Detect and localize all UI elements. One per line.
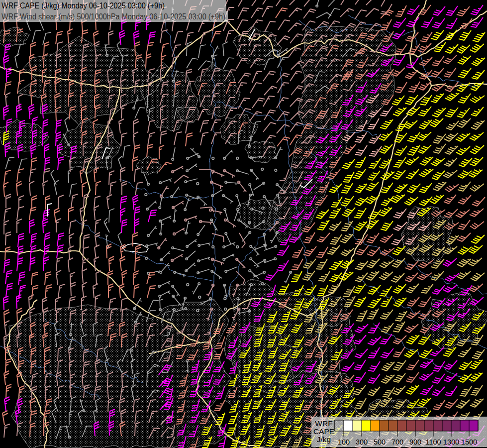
svg-text:J/kg: J/kg [317, 435, 331, 444]
svg-text:1100: 1100 [425, 438, 441, 446]
svg-text:100: 100 [338, 438, 350, 446]
svg-text:WRF: WRF [315, 419, 332, 428]
svg-text:500: 500 [374, 438, 386, 446]
svg-text:700: 700 [391, 438, 403, 446]
svg-text:1500: 1500 [461, 438, 477, 446]
svg-text:WRF Wind shear (m/s) 500/1000h: WRF Wind shear (m/s) 500/1000hPa Monday … [1, 12, 225, 21]
svg-text:WRF CAPE (J/kg) Monday 06-10-2: WRF CAPE (J/kg) Monday 06-10-2025 03:00 … [1, 1, 165, 10]
svg-text:900: 900 [409, 438, 421, 446]
svg-text:1300: 1300 [443, 438, 459, 446]
svg-text:CAPE: CAPE [313, 427, 334, 436]
svg-text:300: 300 [356, 438, 368, 446]
